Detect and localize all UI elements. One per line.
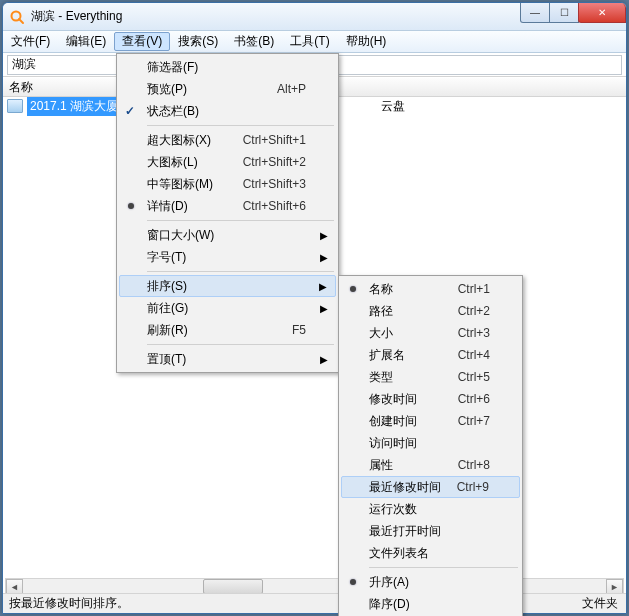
menu-item-window-size[interactable]: 窗口大小(W)▶ [119, 224, 336, 246]
statusbar: 按最近修改时间排序。 文件夹 [3, 593, 626, 613]
menu-separator [147, 220, 334, 221]
menu-item-l-icons[interactable]: 大图标(L)Ctrl+Shift+2 [119, 151, 336, 173]
menu-item-details[interactable]: 详情(D)Ctrl+Shift+6 [119, 195, 336, 217]
menu-file[interactable]: 文件(F) [3, 31, 58, 52]
titlebar[interactable]: 湖滨 - Everything — ☐ ✕ [3, 3, 626, 31]
minimize-button[interactable]: — [520, 3, 550, 23]
menu-item-sort[interactable]: 排序(S)▶ [119, 275, 336, 297]
check-icon: ✓ [125, 104, 135, 118]
menu-item-ontop[interactable]: 置顶(T)▶ [119, 348, 336, 370]
svg-line-1 [19, 19, 23, 23]
window-title: 湖滨 - Everything [31, 8, 122, 25]
sort-recent-open[interactable]: 最近打开时间 [341, 520, 520, 542]
sort-size[interactable]: 大小Ctrl+3 [341, 322, 520, 344]
app-icon [9, 9, 25, 25]
scroll-right-arrow[interactable]: ► [606, 579, 623, 594]
menubar: 文件(F) 编辑(E) 查看(V) 搜索(S) 书签(B) 工具(T) 帮助(H… [3, 31, 626, 53]
status-text: 按最近修改时间排序。 [9, 595, 129, 612]
chevron-right-icon: ▶ [320, 252, 328, 263]
menu-item-m-icons[interactable]: 中等图标(M)Ctrl+Shift+3 [119, 173, 336, 195]
scroll-thumb[interactable] [203, 579, 263, 594]
menu-separator [147, 271, 334, 272]
sort-modtime[interactable]: 修改时间Ctrl+6 [341, 388, 520, 410]
scroll-left-arrow[interactable]: ◄ [6, 579, 23, 594]
status-right: 文件夹 [582, 595, 618, 612]
menu-bookmarks[interactable]: 书签(B) [226, 31, 282, 52]
menu-view[interactable]: 查看(V) [114, 32, 170, 51]
menu-separator [147, 125, 334, 126]
sort-path[interactable]: 路径Ctrl+2 [341, 300, 520, 322]
menu-item-font-size[interactable]: 字号(T)▶ [119, 246, 336, 268]
menu-tools[interactable]: 工具(T) [282, 31, 337, 52]
sort-filelistname[interactable]: 文件列表名 [341, 542, 520, 564]
sort-recent-mod[interactable]: 最近修改时间Ctrl+9 [341, 476, 520, 498]
sort-accesstime[interactable]: 访问时间 [341, 432, 520, 454]
chevron-right-icon: ▶ [319, 281, 327, 292]
sort-desc[interactable]: 降序(D) [341, 593, 520, 615]
sort-submenu: 名称Ctrl+1 路径Ctrl+2 大小Ctrl+3 扩展名Ctrl+4 类型C… [338, 275, 523, 616]
menu-separator [147, 344, 334, 345]
chevron-right-icon: ▶ [320, 303, 328, 314]
menu-search[interactable]: 搜索(S) [170, 31, 226, 52]
menu-help[interactable]: 帮助(H) [338, 31, 395, 52]
chevron-right-icon: ▶ [320, 230, 328, 241]
menu-edit[interactable]: 编辑(E) [58, 31, 114, 52]
sort-type[interactable]: 类型Ctrl+5 [341, 366, 520, 388]
app-window: 湖滨 - Everything — ☐ ✕ 文件(F) 编辑(E) 查看(V) … [2, 2, 627, 614]
view-dropdown: 筛选器(F) 预览(P)Alt+P ✓状态栏(B) 超大图标(X)Ctrl+Sh… [116, 53, 339, 373]
sort-createtime[interactable]: 创建时间Ctrl+7 [341, 410, 520, 432]
menu-item-statusbar[interactable]: ✓状态栏(B) [119, 100, 336, 122]
menu-item-filter[interactable]: 筛选器(F) [119, 56, 336, 78]
bullet-icon [350, 286, 356, 292]
maximize-button[interactable]: ☐ [549, 3, 579, 23]
menu-item-xl-icons[interactable]: 超大图标(X)Ctrl+Shift+1 [119, 129, 336, 151]
chevron-right-icon: ▶ [320, 354, 328, 365]
sort-runcount[interactable]: 运行次数 [341, 498, 520, 520]
sort-asc[interactable]: 升序(A) [341, 571, 520, 593]
window-controls: — ☐ ✕ [521, 3, 626, 23]
bullet-icon [350, 579, 356, 585]
menu-item-refresh[interactable]: 刷新(R)F5 [119, 319, 336, 341]
bullet-icon [128, 203, 134, 209]
sort-name[interactable]: 名称Ctrl+1 [341, 278, 520, 300]
sort-ext[interactable]: 扩展名Ctrl+4 [341, 344, 520, 366]
menu-separator [369, 567, 518, 568]
menu-item-preview[interactable]: 预览(P)Alt+P [119, 78, 336, 100]
menu-item-goto[interactable]: 前往(G)▶ [119, 297, 336, 319]
close-button[interactable]: ✕ [578, 3, 626, 23]
result-path: 云盘 [381, 98, 405, 115]
folder-icon [7, 99, 23, 113]
column-name[interactable]: 名称 [9, 79, 33, 96]
sort-attrs[interactable]: 属性Ctrl+8 [341, 454, 520, 476]
result-name: 2017.1 湖滨大厦 [27, 97, 121, 116]
